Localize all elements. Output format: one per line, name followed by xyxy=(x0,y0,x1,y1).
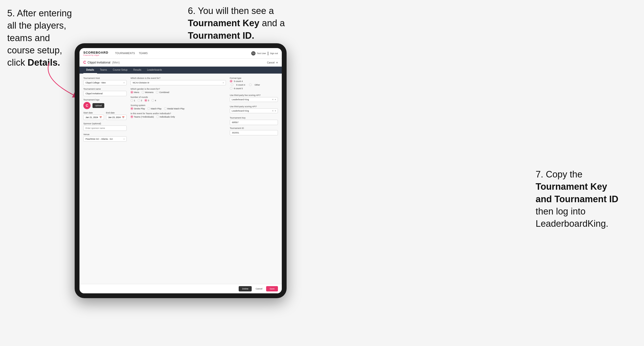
venue-dropdown-icon: ▾ xyxy=(124,138,124,140)
format-6count5-radio[interactable] xyxy=(230,87,232,90)
start-date-label: Start date xyxy=(83,112,104,114)
api-2-clear[interactable]: ✕ xyxy=(272,110,274,112)
sponsor-label: Sponsor (optional) xyxy=(83,122,127,125)
tournament-name-input[interactable]: Clippd Invitational xyxy=(83,91,127,96)
scoring-stroke[interactable]: Stroke Play xyxy=(130,107,145,110)
end-date-input[interactable]: Jan 23, 2024 📅 xyxy=(106,115,127,120)
third-party-1-input[interactable]: Leaderboard King ✕ ▾ xyxy=(230,97,278,102)
tournament-host-field: Tournament Host Clippd College - Men ▾ xyxy=(83,77,127,85)
venue-label: Venue xyxy=(83,133,127,136)
tournament-host-input[interactable]: Clippd College - Men ▾ xyxy=(83,80,127,85)
tournament-id-label: Tournament ID xyxy=(230,127,278,129)
tablet: SCOREBOARD Powered by clippd TOURNAMENTS… xyxy=(75,43,286,298)
cancel-button[interactable]: Cancel xyxy=(254,286,264,291)
col-left: Tournament Host Clippd College - Men ▾ T… xyxy=(83,77,127,281)
format-5count4: 5 count 4 xyxy=(230,80,278,82)
delete-button[interactable]: Delete xyxy=(239,286,252,291)
gender-mens-radio[interactable] xyxy=(130,91,133,94)
close-icon[interactable]: ✕ xyxy=(276,61,278,64)
scoring-match[interactable]: Match Play xyxy=(148,107,162,110)
division-input[interactable]: NCAA Division III ▾ xyxy=(130,80,226,85)
format-other-radio[interactable] xyxy=(249,83,252,86)
third-party-1-section: Use third-party live scoring API? Leader… xyxy=(230,94,278,102)
gender-radio-group: Mens Womens Combined xyxy=(130,91,226,94)
tournament-key-bold: Tournament Key xyxy=(188,18,260,28)
api-1-clear[interactable]: ✕ xyxy=(272,98,274,101)
user-name: Test User xyxy=(257,52,266,55)
rounds-1[interactable]: 1 xyxy=(130,99,135,102)
cancel-link[interactable]: Cancel xyxy=(267,61,274,64)
venue-field: Venue Peachtree GC - Atlanta - GA ▾ xyxy=(83,133,127,142)
scoring-match-radio[interactable] xyxy=(148,107,150,110)
start-date-input[interactable]: Jan 21, 2024 📅 xyxy=(83,115,104,120)
nav-teams[interactable]: TEAMS xyxy=(139,52,148,55)
calendar-icon: 📅 xyxy=(100,116,102,119)
third-party-1-label: Use third-party live scoring API? xyxy=(230,94,278,96)
brand-name: SCOREBOARD xyxy=(83,51,108,54)
scoring-field: Scoring system Stroke Play Match Play xyxy=(130,104,226,110)
venue-input[interactable]: Peachtree GC - Atlanta - GA ▾ xyxy=(83,136,127,142)
third-party-2-input[interactable]: Leaderboard King ✕ ▾ xyxy=(230,108,278,113)
rounds-4[interactable]: 4 xyxy=(152,99,156,102)
tab-leaderboards[interactable]: Leaderboards xyxy=(144,67,165,74)
annotation-left: 5. After entering all the players, teams… xyxy=(7,7,77,69)
gender-combined[interactable]: Combined xyxy=(156,91,169,94)
tab-details[interactable]: Details xyxy=(83,67,97,74)
tab-course-setup[interactable]: Course Setup xyxy=(110,67,130,74)
tournament-id-bold: Tournament ID. xyxy=(188,30,254,41)
tournament-name-field: Tournament name Clippd Invitational xyxy=(83,88,127,96)
tablet-screen: SCOREBOARD Powered by clippd TOURNAMENTS… xyxy=(80,48,282,293)
form-area: Tournament Host Clippd College - Men ▾ T… xyxy=(80,74,282,284)
end-date-label: End date xyxy=(106,112,127,114)
tab-teams[interactable]: Teams xyxy=(97,67,110,74)
sign-out-link[interactable]: Sign out xyxy=(270,52,278,55)
annotation-bottom-right: 7. Copy the Tournament Keyand Tournament… xyxy=(536,168,637,230)
rounds-4-radio[interactable] xyxy=(152,99,154,102)
event-teams-radio[interactable] xyxy=(130,115,133,118)
sponsor-input[interactable] xyxy=(83,126,127,131)
tournament-logo-label: Tournament logo xyxy=(83,99,127,101)
rounds-radio-group: 1 2 3 4 xyxy=(130,99,226,102)
separator: | xyxy=(268,51,268,55)
event-teams[interactable]: Teams (+Individuals) xyxy=(130,115,154,118)
event-type-label: Is this event for Teams and/or Individua… xyxy=(130,112,226,115)
format-6count4-radio[interactable] xyxy=(231,83,233,86)
api-2-arrow[interactable]: ▾ xyxy=(275,110,276,112)
annotation-top-center: 6. You will then see a Tournament Key an… xyxy=(188,5,328,42)
rounds-2-radio[interactable] xyxy=(138,99,140,102)
event-individuals[interactable]: Individuals Only xyxy=(156,115,175,118)
nav-tournaments[interactable]: TOURNAMENTS xyxy=(115,52,135,55)
gender-womens-radio[interactable] xyxy=(142,91,144,94)
scoring-medal[interactable]: Medal Match Play xyxy=(164,107,185,110)
format-other-label: Other xyxy=(254,84,260,86)
gender-mens[interactable]: Mens xyxy=(130,91,139,94)
event-individuals-radio[interactable] xyxy=(156,115,159,118)
tournament-key-section: Tournament Key 6bf5b7 xyxy=(230,117,278,125)
topnav-right: TU Test User | Sign out xyxy=(251,51,278,55)
end-date-field: End date Jan 23, 2024 📅 xyxy=(106,112,127,120)
rounds-1-radio[interactable] xyxy=(130,99,133,102)
rounds-3-radio[interactable] xyxy=(144,99,147,102)
rounds-field: Number of rounds 1 2 xyxy=(130,96,226,102)
division-field: Which division is the event for? NCAA Di… xyxy=(130,77,226,85)
scoring-medal-radio[interactable] xyxy=(164,107,167,110)
format-5count4-radio[interactable] xyxy=(230,80,232,82)
col-mid: Which division is the event for? NCAA Di… xyxy=(130,77,226,281)
format-6count5: 6 count 5 xyxy=(230,87,278,90)
gender-field: Which gender is the event for? Mens Wome… xyxy=(130,88,226,94)
main-content: Tournament Host Clippd College - Men ▾ T… xyxy=(80,74,282,293)
save-button[interactable]: Save xyxy=(266,286,278,291)
gender-label: Which gender is the event for? xyxy=(130,88,226,90)
rounds-3[interactable]: 3 xyxy=(144,99,149,102)
upload-button[interactable]: Upload xyxy=(92,103,104,108)
tournament-name-label: Tournament name xyxy=(83,88,127,90)
rounds-2[interactable]: 2 xyxy=(138,99,142,102)
col-right: Format type 5 count 4 6 count 4 xyxy=(230,77,278,281)
scoring-stroke-radio[interactable] xyxy=(130,107,133,110)
api-1-arrow[interactable]: ▾ xyxy=(275,98,276,101)
gender-combined-radio[interactable] xyxy=(156,91,158,94)
tournament-id-section: Tournament ID 302051 xyxy=(230,127,278,135)
tab-results[interactable]: Results xyxy=(130,67,144,74)
gender-womens[interactable]: Womens xyxy=(142,91,154,94)
third-party-2-label: Use third-party scoring API? xyxy=(230,105,278,108)
